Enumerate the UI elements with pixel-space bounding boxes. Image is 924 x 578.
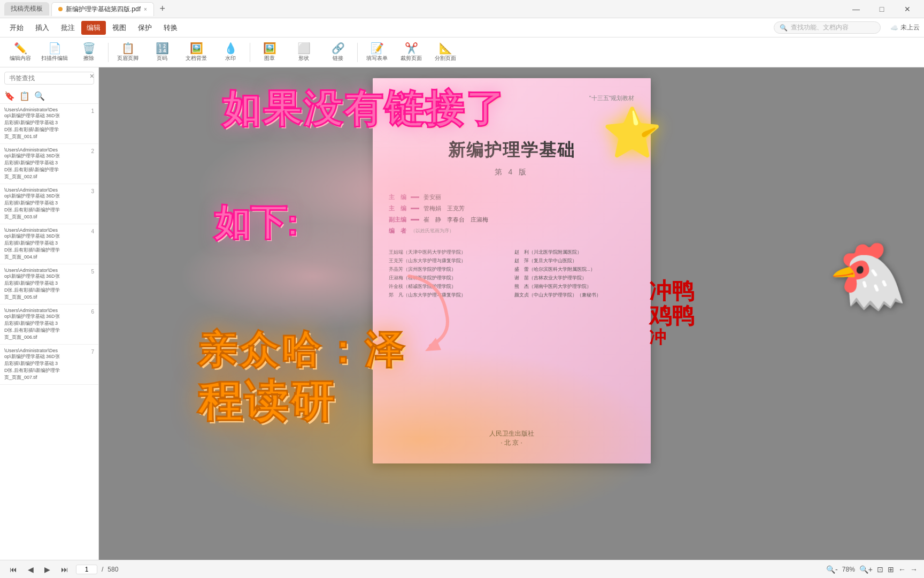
list-item[interactable]: \Users\Administrator\Desop\新编护理学基础 36D张后… bbox=[0, 345, 98, 385]
sidebar-close-button[interactable]: × bbox=[90, 72, 94, 80]
list-item[interactable]: \Users\Administrator\Desop\新编护理学基础 36D张后… bbox=[0, 184, 98, 224]
tab-template[interactable]: 找稿壳模板 bbox=[4, 2, 49, 16]
fit-page-button[interactable]: ⊡ bbox=[877, 565, 883, 574]
editor-item-4: 赵 萍（复旦大学中山医院） bbox=[514, 257, 635, 264]
list-item[interactable]: \Users\Administrator\Desop\新编护理学基础 36D张后… bbox=[0, 264, 98, 305]
tab-pdf-label: 新编护理学基础第四版.pdf bbox=[66, 5, 141, 14]
scan-edit-label: 扫描件编辑 bbox=[41, 55, 68, 62]
bottom-bar: ⏮ ◀ ▶ ⏭ / 580 🔍- 78% 🔍+ ⊡ ⊞ ← → bbox=[0, 560, 924, 578]
image-icon: 🖼️ bbox=[263, 43, 276, 54]
erase-label: 擦除 bbox=[83, 55, 94, 62]
list-item[interactable]: \Users\Administrator\Desop\新编护理学基础 36D张后… bbox=[0, 305, 98, 345]
sidebar-bookmark-icon[interactable]: 🔖 bbox=[4, 91, 15, 101]
close-button[interactable]: ✕ bbox=[895, 1, 920, 18]
page-separator: / bbox=[102, 566, 103, 573]
star-decoration: ⭐ bbox=[602, 105, 662, 161]
menu-review[interactable]: 批注 bbox=[56, 21, 80, 35]
split-page-icon: 📐 bbox=[439, 43, 452, 54]
split-page-label: 分割页面 bbox=[435, 55, 456, 62]
next-view-button[interactable]: → bbox=[910, 565, 918, 574]
current-page-input[interactable] bbox=[76, 565, 97, 574]
list-item[interactable]: \Users\Administrator\Desop\新编护理学基础 36D张后… bbox=[0, 104, 98, 144]
cloud-icon: ☁️ bbox=[890, 24, 898, 32]
prev-view-button[interactable]: ← bbox=[898, 565, 906, 574]
toolbar-separator-1 bbox=[108, 43, 109, 62]
menu-insert[interactable]: 插入 bbox=[30, 21, 55, 35]
sidebar-item-num-5: 5 bbox=[91, 268, 94, 301]
shape-label: 形状 bbox=[298, 55, 309, 62]
cloud-area: ☁️ 未上云 bbox=[890, 23, 920, 32]
sidebar-list: \Users\Administrator\Desop\新编护理学基础 36D张后… bbox=[0, 104, 98, 560]
cut-page-icon: ✂️ bbox=[405, 43, 418, 54]
tab-template-label: 找稿壳模板 bbox=[11, 4, 43, 13]
menu-edit[interactable]: 编辑 bbox=[81, 21, 106, 35]
sidebar-item-content-4: \Users\Administrator\Desop\新编护理学基础 36D张后… bbox=[4, 227, 89, 261]
tool-scan-edit[interactable]: 📄 扫描件编辑 bbox=[38, 39, 71, 66]
tab-bar: 找稿壳模板 新编护理学基础第四版.pdf × + bbox=[4, 2, 169, 16]
tool-edit-content[interactable]: ✏️ 编辑内容 bbox=[4, 39, 36, 66]
sidebar-tab-bar: 🔖 📋 🔍 bbox=[0, 89, 98, 104]
tool-split-page[interactable]: 📐 分割页面 bbox=[429, 39, 461, 66]
arrow-decoration bbox=[398, 271, 463, 353]
menu-protect[interactable]: 保护 bbox=[133, 21, 157, 35]
sidebar-search-input[interactable] bbox=[4, 72, 94, 85]
sidebar-item-content-5: \Users\Administrator\Desop\新编护理学基础 36D张后… bbox=[4, 268, 89, 301]
zoom-level: 78% bbox=[842, 566, 855, 573]
menu-view[interactable]: 视图 bbox=[107, 21, 132, 35]
zoom-out-button[interactable]: 🔍- bbox=[826, 565, 838, 574]
tab-dot bbox=[58, 7, 63, 11]
zoom-in-button[interactable]: 🔍+ bbox=[859, 565, 873, 574]
search-box[interactable]: 🔍 查找功能、文档内容 bbox=[774, 21, 881, 34]
red-text-overlay: 冲鸭 鸡鸭 冲 bbox=[649, 279, 694, 347]
sidebar: × 🔖 📋 🔍 \Users\Administrator\Desop\新编护理学… bbox=[0, 67, 99, 560]
link-icon: 🔗 bbox=[332, 43, 345, 54]
tool-watermark[interactable]: 💧 水印 bbox=[214, 39, 247, 66]
tool-text-bg[interactable]: 🖼️ 文档背景 bbox=[180, 39, 212, 66]
sidebar-search-icon[interactable]: 🔍 bbox=[34, 91, 45, 101]
sidebar-item-content-1: \Users\Administrator\Desop\新编护理学基础 36D张后… bbox=[4, 107, 89, 140]
menu-convert[interactable]: 转换 bbox=[158, 21, 183, 35]
new-tab-button[interactable]: + bbox=[156, 3, 169, 16]
menu-start[interactable]: 开始 bbox=[4, 21, 29, 35]
page-num-icon: 🔢 bbox=[156, 43, 169, 54]
tool-page-header[interactable]: 📋 页眉页脚 bbox=[112, 39, 144, 66]
toolbar-separator-2 bbox=[250, 43, 250, 62]
list-item[interactable]: \Users\Administrator\Desop\新编护理学基础 36D张后… bbox=[0, 224, 98, 264]
edit-content-icon: ✏️ bbox=[14, 43, 27, 54]
fill-form-label: 填写表单 bbox=[366, 55, 388, 62]
watermark-icon: 💧 bbox=[224, 43, 237, 54]
tool-page-num[interactable]: 🔢 页码 bbox=[146, 39, 178, 66]
next-page-button[interactable]: ▶ bbox=[41, 564, 53, 575]
sidebar-list-icon[interactable]: 📋 bbox=[19, 91, 30, 101]
tool-image[interactable]: 🖼️ 图章 bbox=[253, 39, 286, 66]
sidebar-item-content-2: \Users\Administrator\Desop\新编护理学基础 36D张后… bbox=[4, 147, 89, 180]
first-page-button[interactable]: ⏮ bbox=[6, 564, 20, 575]
tab-close-icon[interactable]: × bbox=[144, 6, 147, 12]
tab-pdf[interactable]: 新编护理学基础第四版.pdf × bbox=[51, 2, 154, 16]
page-num-label: 页码 bbox=[157, 55, 167, 62]
red-text-line3: 冲 bbox=[649, 328, 694, 347]
maximize-button[interactable]: □ bbox=[869, 1, 894, 18]
cloud-label: 未上云 bbox=[900, 23, 920, 32]
prev-page-button[interactable]: ◀ bbox=[25, 564, 37, 575]
tool-link[interactable]: 🔗 链接 bbox=[322, 39, 354, 66]
text-bg-icon: 🖼️ bbox=[190, 43, 203, 54]
shape-icon: ⬜ bbox=[297, 43, 311, 54]
last-page-button[interactable]: ⏭ bbox=[58, 564, 72, 575]
orange-glow bbox=[179, 346, 660, 533]
tool-shape[interactable]: ⬜ 形状 bbox=[288, 39, 320, 66]
red-text-line2: 鸡鸭 bbox=[649, 303, 694, 328]
tool-cut-page[interactable]: ✂️ 裁剪页面 bbox=[395, 39, 427, 66]
fit-width-button[interactable]: ⊞ bbox=[888, 565, 894, 574]
watermark-label: 水印 bbox=[225, 55, 236, 62]
list-item[interactable]: \Users\Administrator\Desop\新编护理学基础 36D张后… bbox=[0, 144, 98, 184]
toolbar-separator-3 bbox=[357, 43, 358, 62]
sidebar-item-content-3: \Users\Administrator\Desop\新编护理学基础 36D张后… bbox=[4, 187, 89, 220]
erase-icon: 🗑️ bbox=[82, 43, 96, 54]
tool-erase[interactable]: 🗑️ 擦除 bbox=[73, 39, 105, 66]
menu-bar: 开始 插入 批注 编辑 视图 保护 转换 🔍 查找功能、文档内容 ☁️ 未上云 bbox=[0, 18, 924, 37]
minimize-button[interactable]: — bbox=[844, 1, 868, 18]
tool-fill-form[interactable]: 📝 填写表单 bbox=[361, 39, 393, 66]
link-label: 链接 bbox=[333, 55, 343, 62]
image-label: 图章 bbox=[264, 55, 275, 62]
